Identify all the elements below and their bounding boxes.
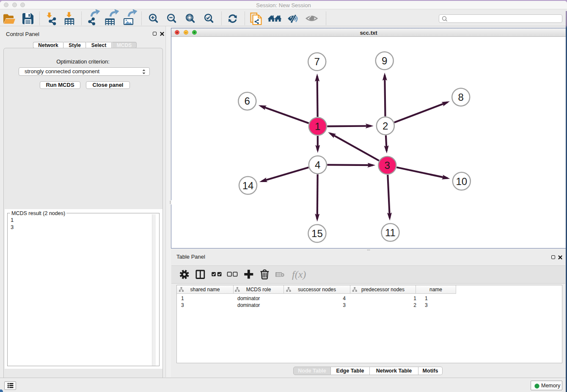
svg-text:14: 14	[242, 180, 254, 191]
svg-text:3: 3	[385, 160, 390, 171]
svg-text:f(x): f(x)	[292, 269, 306, 280]
svg-text:4: 4	[315, 159, 320, 171]
svg-text:10: 10	[456, 176, 467, 187]
svg-text:7: 7	[314, 56, 320, 67]
svg-text:8: 8	[458, 91, 464, 103]
svg-text:11: 11	[385, 227, 396, 238]
svg-text:1: 1	[315, 121, 320, 132]
svg-text:9: 9	[382, 55, 387, 66]
svg-text:2: 2	[383, 120, 388, 132]
svg-text:15: 15	[311, 228, 323, 239]
svg-text:6: 6	[245, 95, 250, 107]
